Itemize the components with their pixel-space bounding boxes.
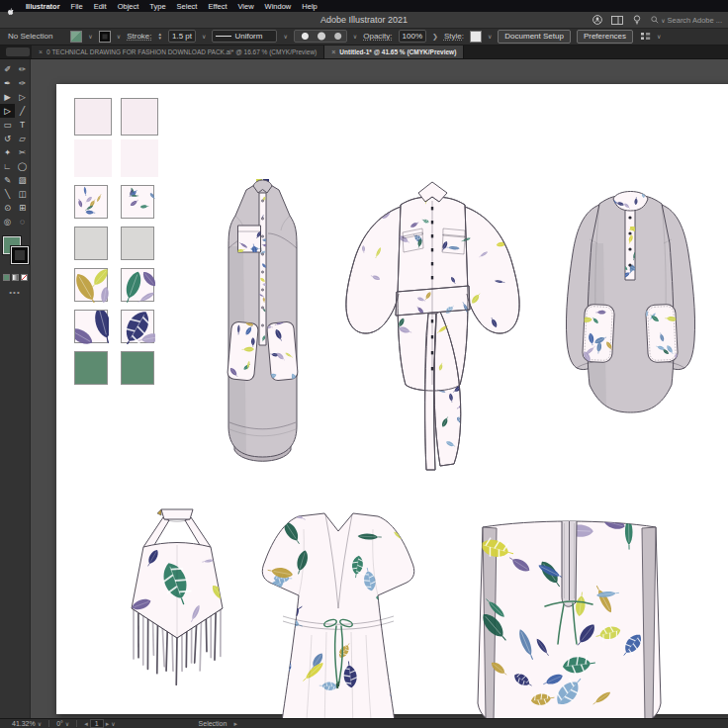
- menu-select[interactable]: Select: [177, 2, 198, 11]
- rectangle-tool-icon[interactable]: ▭: [0, 118, 15, 132]
- stroke-dropdown-icon[interactable]: ∨: [117, 33, 121, 40]
- style-swatch[interactable]: [470, 31, 482, 43]
- swatch-feather-print-zoom-a-a[interactable]: [74, 268, 108, 302]
- status-expander-icon[interactable]: ▸: [233, 720, 237, 728]
- menu-effect[interactable]: Effect: [208, 2, 227, 11]
- rotation-dropdown[interactable]: 0°∨: [56, 720, 69, 727]
- tab-close-icon[interactable]: ×: [331, 48, 335, 55]
- search-adobe-field[interactable]: ∨ Search Adobe ...: [651, 16, 722, 25]
- tools-panel: ✐✏✒✑▶▷▷╱▭T↺▱✦✂∟◯✎▨╲◫⊙⊞◎◌ •••: [0, 58, 31, 728]
- garment-boxy-kaftan-top[interactable]: [453, 505, 685, 728]
- apple-menu-icon[interactable]: [7, 2, 15, 10]
- pen-tool-icon[interactable]: ✒: [0, 76, 15, 90]
- edit-toolbar-icon[interactable]: •••: [0, 288, 30, 297]
- gradient-mode-button[interactable]: [12, 274, 19, 281]
- arrange-documents-icon[interactable]: [611, 15, 623, 25]
- eyedropper-tool-icon[interactable]: ✦: [0, 145, 15, 159]
- add-anchor-point-tool-icon[interactable]: ✑: [15, 76, 30, 90]
- measure-tool-icon[interactable]: ∟: [0, 159, 15, 173]
- opacity-field[interactable]: 100%: [399, 30, 426, 43]
- swatch-solid-green-b[interactable]: [121, 351, 154, 385]
- swatch-feather-print-small-a[interactable]: [74, 185, 108, 219]
- menu-edit[interactable]: Edit: [94, 2, 107, 11]
- scissors-tool-icon[interactable]: ✂: [15, 145, 30, 159]
- align-dropdown-icon[interactable]: ∨: [657, 33, 661, 40]
- free-transform-tool-icon[interactable]: ▱: [15, 132, 30, 145]
- width-profile-dropdown-icon[interactable]: ∨: [283, 33, 287, 40]
- fill-color-swatch[interactable]: [70, 31, 82, 43]
- swatch-solid-pink-bordered-b[interactable]: [121, 98, 158, 136]
- none-mode-button[interactable]: [21, 274, 28, 281]
- garment-tie-waist-kaftan[interactable]: [247, 501, 430, 728]
- stroke-weight-stepper[interactable]: ▲▼: [158, 33, 162, 40]
- style-dropdown-icon[interactable]: ∨: [488, 33, 492, 40]
- menu-object[interactable]: Object: [118, 2, 139, 11]
- menu-type[interactable]: Type: [149, 2, 165, 11]
- stroke-weight-dropdown-icon[interactable]: ∨: [202, 33, 206, 40]
- swatch-solid-gray-texture-b[interactable]: [121, 227, 154, 260]
- style-link[interactable]: Style:: [444, 32, 464, 41]
- align-options-icon[interactable]: [639, 32, 651, 42]
- stroke-color-indicator[interactable]: [11, 246, 29, 264]
- swatch-feather-print-zoom-b-a[interactable]: [74, 310, 108, 343]
- ellipse-tool-icon[interactable]: ◯: [15, 159, 30, 173]
- swatch-feather-print-zoom-a-b[interactable]: [121, 268, 154, 302]
- fill-dropdown-icon[interactable]: ∨: [88, 33, 92, 40]
- gradient-tool-icon[interactable]: ▨: [15, 173, 30, 187]
- preferences-button[interactable]: Preferences: [577, 30, 633, 44]
- menu-view[interactable]: View: [237, 2, 253, 11]
- garment-long-sleeve-tunic-dress[interactable]: [554, 184, 707, 430]
- line-segment-tool-icon[interactable]: ╱: [15, 104, 30, 118]
- artboard-tool-icon[interactable]: ⊞: [15, 201, 30, 215]
- tab-close-icon[interactable]: ×: [39, 48, 43, 55]
- menu-file[interactable]: File: [71, 2, 83, 11]
- swatch-solid-green-a[interactable]: [74, 351, 108, 385]
- smooth-tool-icon[interactable]: ✏: [15, 62, 30, 76]
- account-icon[interactable]: [592, 15, 603, 25]
- artboard-canvas[interactable]: [56, 84, 728, 714]
- swatch-feather-print-zoom-b-b[interactable]: [121, 310, 154, 343]
- stroke-weight-field[interactable]: 1.5 pt: [168, 30, 196, 43]
- garment-sleeveless-shirt-dress[interactable]: [211, 169, 315, 480]
- discover-lightbulb-icon[interactable]: [631, 15, 643, 25]
- stroke-panel-link[interactable]: Stroke:: [127, 32, 151, 41]
- pencil-tool-icon[interactable]: ✐: [0, 62, 15, 76]
- zoom-tool-icon[interactable]: ⊙: [0, 201, 15, 215]
- swatch-feather-print-small-b[interactable]: [121, 185, 154, 219]
- hand-tool-icon[interactable]: ◌: [15, 215, 30, 228]
- lasso-tool-icon[interactable]: ▷: [15, 90, 30, 104]
- swatch-solid-pink-bordered-a[interactable]: [74, 98, 112, 136]
- selection-tool-icon[interactable]: ▶: [0, 90, 15, 104]
- tab-scroll-stub[interactable]: [6, 47, 30, 56]
- document-setup-button[interactable]: Document Setup: [498, 30, 571, 44]
- menu-illustrator[interactable]: Illustrator: [26, 2, 60, 11]
- opacity-expander-icon[interactable]: ❯: [432, 33, 438, 41]
- garment-fringe-halter-top[interactable]: [118, 501, 236, 698]
- zoom-level-dropdown[interactable]: 41.32%∨: [12, 720, 42, 727]
- color-mode-button[interactable]: [3, 274, 10, 281]
- document-tab-2[interactable]: ×Untitled-1* @ 41.65 % (CMYK/Preview): [324, 46, 464, 58]
- paintbrush-tool-icon[interactable]: ✎: [0, 173, 15, 187]
- type-tool-icon[interactable]: T: [15, 118, 30, 132]
- garment-belted-kimono-top[interactable]: [341, 175, 524, 476]
- rotate-tool-icon[interactable]: ↺: [0, 132, 15, 145]
- status-bar: 41.32%∨ 0°∨ ◂ 1 ▸∨ Selection ▸: [0, 718, 728, 728]
- opacity-link[interactable]: Opacity:: [363, 32, 392, 41]
- shape-builder-tool-icon[interactable]: ◫: [15, 187, 30, 201]
- brush-dropdown-icon[interactable]: ∨: [353, 33, 357, 40]
- variable-width-profile[interactable]: Uniform: [212, 30, 277, 43]
- swatch-solid-pink-light-a[interactable]: [74, 139, 112, 177]
- menu-help[interactable]: Help: [302, 2, 317, 11]
- menu-window[interactable]: Window: [265, 2, 292, 11]
- document-tab-1[interactable]: ×0 TECHNICAL DRAWING FOR FASHION DOWNLOA…: [32, 46, 324, 58]
- direct-selection-tool-icon[interactable]: ▷: [0, 104, 15, 118]
- stroke-color-swatch[interactable]: [99, 31, 111, 43]
- title-bar-right: ∨ Search Adobe ...: [592, 14, 722, 26]
- knife-tool-icon[interactable]: ╲: [0, 187, 15, 201]
- swatch-solid-gray-texture-a[interactable]: [74, 227, 108, 260]
- artboard-navigation[interactable]: ◂ 1 ▸∨: [84, 719, 115, 728]
- selection-status: No Selection: [8, 32, 52, 41]
- width-tool-icon[interactable]: ◎: [0, 215, 15, 228]
- swatch-solid-pink-light-b[interactable]: [121, 139, 158, 177]
- brush-definition-preview[interactable]: [294, 30, 347, 43]
